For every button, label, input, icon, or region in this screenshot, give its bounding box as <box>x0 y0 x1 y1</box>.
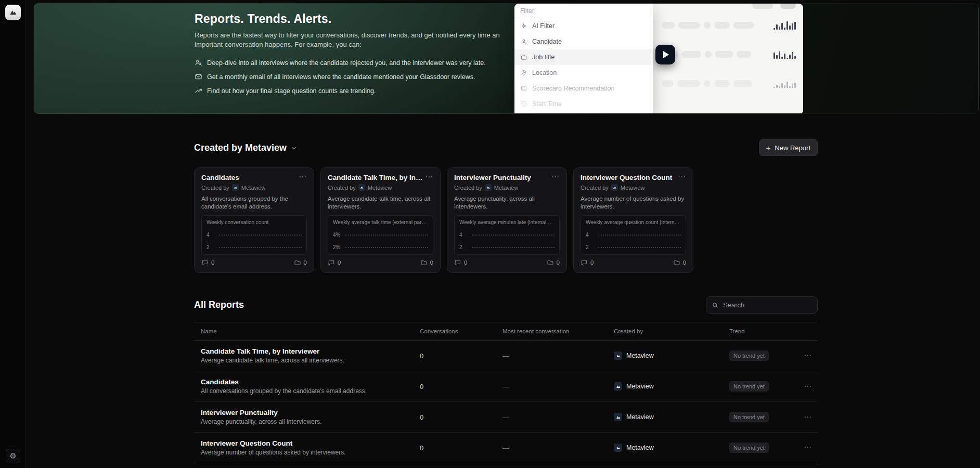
folder-count: 0 <box>547 259 560 266</box>
settings-button[interactable]: ⚙ <box>6 449 20 463</box>
metaview-logo-icon <box>614 352 622 360</box>
mail-icon <box>195 73 202 81</box>
mini-chart: Weekly average minutes late (internal … … <box>454 215 560 255</box>
filter-item-candidate: Candidate <box>514 34 653 49</box>
filter-item-job-title: Job title <box>514 49 653 65</box>
y-axis-label: 2 <box>459 244 469 250</box>
conversation-count: 0 <box>328 259 341 266</box>
hero-bullet: Find out how your final stage question c… <box>195 84 512 98</box>
report-card-interviewer-punctuality[interactable]: Interviewer Punctuality ⋯ Created by Met… <box>447 167 567 273</box>
created-by-cell: Metaview <box>614 352 729 360</box>
ellipsis-icon: ⋯ <box>551 172 560 181</box>
gridline <box>598 235 681 236</box>
table-row[interactable]: Candidate Talk Time, by Interviewer Aver… <box>194 341 818 371</box>
chevron-down-icon[interactable] <box>290 145 298 152</box>
card-stats: 0 0 <box>201 259 307 266</box>
column-header-created-by: Created by <box>614 328 729 334</box>
card-menu-button[interactable]: ⋯ <box>296 171 309 183</box>
card-title: Candidates <box>201 174 307 181</box>
mini-chart: Weekly conversation count 4 2 <box>201 215 307 255</box>
folder-count: 0 <box>673 259 686 266</box>
search-icon <box>712 302 719 309</box>
filter-item-label: Job title <box>532 54 555 61</box>
report-card-candidates[interactable]: Candidates ⋯ Created by Metaview All con… <box>194 167 314 273</box>
metaview-logo-icon <box>358 184 365 191</box>
hero-bullet: Deep-dive into all interviews where the … <box>195 56 512 70</box>
new-report-label: New Report <box>775 144 810 152</box>
metaview-mountain-icon <box>8 8 18 17</box>
app-logo[interactable] <box>5 5 21 20</box>
chart-title: Weekly average question count (intern… <box>586 219 681 225</box>
column-header-trend: Trend <box>729 328 798 334</box>
sparkline-chart <box>773 79 796 88</box>
row-menu-button[interactable]: ⋯ <box>798 381 818 392</box>
video-preview-mockup <box>653 4 803 114</box>
filter-item-start-time: Start Time <box>514 96 653 112</box>
card-menu-button[interactable]: ⋯ <box>676 171 688 183</box>
report-name-cell: Candidate Talk Time, by Interviewer Aver… <box>201 347 420 364</box>
card-title: Candidate Talk Time, by Interviewer <box>328 174 433 181</box>
metaview-logo-icon <box>611 184 618 191</box>
hero-bullets: Deep-dive into all interviews where the … <box>195 56 512 98</box>
skeleton-pill <box>780 3 796 9</box>
chart-title: Weekly average minutes late (internal … <box>459 219 555 225</box>
hero-bullet-text: Find out how your final stage question c… <box>207 87 376 95</box>
trend-badge: No trend yet <box>729 381 769 392</box>
conversation-count: 0 <box>201 259 214 266</box>
trend-badge: No trend yet <box>729 350 769 361</box>
gridline <box>472 235 555 236</box>
ellipsis-icon: ⋯ <box>804 412 812 421</box>
conversations-cell: 0 <box>420 444 502 452</box>
hero-title: Reports. Trends. Alerts. <box>195 11 512 26</box>
briefcase-icon <box>520 54 527 61</box>
all-reports-title: All Reports <box>194 300 244 310</box>
most-recent-cell: — <box>502 413 614 421</box>
chart-title: Weekly average talk time (external par… <box>333 219 428 225</box>
metaview-logo-icon <box>614 444 622 452</box>
sparkles-icon <box>520 22 527 30</box>
map-pin-icon <box>520 69 527 76</box>
table-row[interactable]: Interviewer Question Count Average numbe… <box>194 433 818 463</box>
ellipsis-icon: ⋯ <box>299 172 307 181</box>
row-menu-button[interactable]: ⋯ <box>798 350 818 361</box>
folder-icon <box>420 259 428 266</box>
row-menu-button[interactable]: ⋯ <box>798 442 818 453</box>
rows-icon <box>520 85 527 92</box>
y-axis-label: 2 <box>207 244 216 250</box>
card-menu-button[interactable]: ⋯ <box>423 171 435 183</box>
reports-table: Name Conversations Most recent conversat… <box>194 322 818 463</box>
report-cards-row: Candidates ⋯ Created by Metaview All con… <box>194 167 818 273</box>
gridline <box>345 247 428 248</box>
table-row[interactable]: Interviewer Punctuality Average punctual… <box>194 402 818 433</box>
card-description: Average punctuality, across all intervie… <box>454 195 560 211</box>
card-stats: 0 0 <box>328 259 433 266</box>
new-report-button[interactable]: + New Report <box>759 139 818 156</box>
gridline <box>598 247 681 248</box>
card-menu-button[interactable]: ⋯ <box>549 171 562 183</box>
ellipsis-icon: ⋯ <box>804 443 812 452</box>
report-card-interviewer-question-count[interactable]: Interviewer Question Count ⋯ Created by … <box>573 167 693 273</box>
y-axis-label: 4 <box>207 232 216 238</box>
conversations-cell: 0 <box>420 383 502 391</box>
card-byline: Created by Metaview <box>581 184 686 191</box>
conversations-cell: 0 <box>420 352 502 360</box>
trending-up-icon <box>195 87 202 95</box>
filter-placeholder: Filter <box>520 7 534 15</box>
folder-count: 0 <box>420 259 433 266</box>
folder-count: 0 <box>294 259 307 266</box>
ellipsis-icon: ⋯ <box>678 172 686 181</box>
card-title: Interviewer Punctuality <box>454 174 560 181</box>
report-card-candidate-talk-time[interactable]: Candidate Talk Time, by Interviewer ⋯ Cr… <box>320 167 441 273</box>
search-box[interactable] <box>706 296 818 314</box>
most-recent-cell: — <box>502 352 614 360</box>
card-byline: Created by Metaview <box>201 184 307 191</box>
sparkline-chart <box>773 20 796 30</box>
row-menu-button[interactable]: ⋯ <box>798 411 818 423</box>
play-button[interactable] <box>655 45 675 64</box>
report-name: Interviewer Punctuality <box>201 409 420 417</box>
report-name: Candidates <box>201 378 420 386</box>
y-axis-label: 2 <box>586 244 595 250</box>
search-input[interactable] <box>723 301 812 309</box>
table-row[interactable]: Candidates All conversations grouped by … <box>194 371 818 402</box>
card-description: Average number of questions asked by int… <box>581 195 686 211</box>
